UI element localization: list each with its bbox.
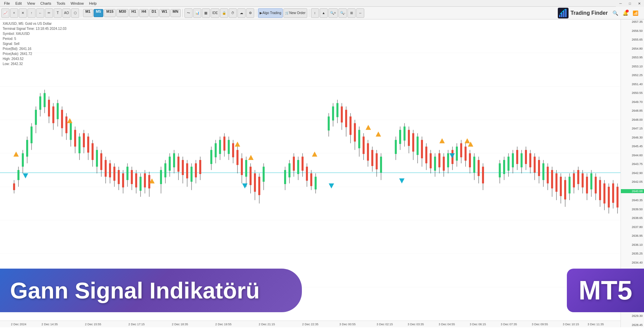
svg-rect-212 [503,160,505,174]
time-label-6: 2 Dec 21:15 [259,323,275,326]
menu-edit[interactable]: Edit [13,1,24,5]
timeframe-h4[interactable]: H4 [139,9,149,17]
menu-tools[interactable]: Tools [54,1,68,5]
buy-sell-button[interactable]: ↕ [311,8,319,18]
svg-rect-52 [92,143,94,160]
svg-rect-36 [57,103,59,119]
ide-button[interactable]: IDE [211,8,220,18]
time-label-13: 3 Dec 07:35 [501,323,517,326]
svg-rect-254 [595,177,597,193]
svg-rect-106 [223,136,225,151]
price-2638: 2639.50 [621,208,644,211]
lock-button[interactable]: 🔒 [220,8,228,18]
svg-rect-186 [434,157,436,171]
maximize-button[interactable]: □ [625,0,635,7]
svg-rect-218 [516,150,518,164]
svg-rect-230 [542,163,544,180]
timeframe-m1[interactable]: M1 [83,9,93,17]
svg-rect-234 [551,170,553,188]
svg-rect-184 [430,153,432,168]
time-label-15: 3 Dec 10:15 [563,323,579,326]
cloud-button[interactable]: ☁ [237,8,246,18]
shapes-button[interactable]: ⬡ [71,8,79,18]
search-icon-button[interactable]: 🔍 [611,9,619,17]
svg-rect-114 [241,158,243,175]
svg-rect-68 [126,167,128,180]
svg-rect-182 [425,147,427,163]
menu-view[interactable]: View [24,1,38,5]
menu-help[interactable]: Help [87,1,100,5]
notification-badge: 1 [626,10,629,12]
timeframe-mn[interactable]: MN [170,9,181,17]
price-2647: 2647.15 [621,127,644,130]
svg-rect-16 [13,183,15,190]
period-button[interactable]: ⏱ [229,8,237,18]
time-label-12: 3 Dec 06:15 [470,323,486,326]
svg-rect-206 [478,160,480,176]
ao-button[interactable]: AO [62,8,70,18]
grid-button[interactable]: ⊞ [347,8,356,18]
chart-container: XAUUSD, M5: Gold vs US Dollar Terminal S… [0,19,644,327]
svg-rect-232 [547,167,549,183]
svg-rect-258 [603,183,605,204]
price-2631: 2635.25 [621,252,644,255]
algo-trading-button[interactable]: ▶ Algo Trading [258,8,283,18]
text-button[interactable]: T [54,8,62,18]
timeframe-h1[interactable]: H1 [129,9,139,17]
wave-button[interactable]: 〜 [184,8,193,18]
svg-rect-40 [65,116,67,133]
menu-file[interactable]: File [1,1,13,5]
svg-rect-62 [113,167,115,181]
svg-rect-18 [17,170,19,180]
price-2649: 2649.70 [621,100,644,104]
timeframe-m15[interactable]: M15 [104,9,116,17]
minimize-button[interactable]: ─ [616,0,625,7]
zoom-out-button[interactable]: 🔍- [338,8,347,18]
svg-rect-220 [521,153,523,167]
pen-button[interactable]: ✏ [45,8,53,18]
price-2631-85: 2631.85 [621,287,644,291]
svg-rect-112 [236,150,238,165]
svg-rect-196 [456,147,458,161]
svg-rect-158 [363,136,365,154]
time-axis: 2 Dec 2024 2 Dec 14:35 2 Dec 15:55 2 Dec… [0,321,621,327]
signal-icon-button[interactable]: 📶 [631,9,639,17]
up-button[interactable]: ↑ [28,8,36,18]
menu-window[interactable]: Window [68,1,86,5]
menu-charts[interactable]: Charts [38,1,54,5]
scroll-button[interactable]: ↔ [356,8,364,18]
price-2650: 2650.55 [621,91,644,95]
chart-type-button[interactable]: 📊 [193,8,201,18]
svg-rect-126 [284,170,286,184]
close-button[interactable]: ✕ [635,0,644,7]
notification-icon-button[interactable]: 🔔 1 [621,9,629,17]
svg-rect-100 [210,150,212,164]
svg-rect-22 [26,140,28,157]
price-2653-10: 2653.10 [621,65,644,68]
svg-rect-34 [52,106,54,123]
add-button[interactable]: + [10,8,18,18]
settings-circle-button[interactable]: ⚙ [246,8,254,18]
timeframe-m30[interactable]: M30 [116,9,128,17]
zoom-in-button[interactable]: 🔍+ [328,8,338,18]
price-2646: 2646.30 [621,136,644,139]
separator-1 [81,9,81,17]
price-2634: 2636.95 [621,234,644,237]
timeframe-d1[interactable]: D1 [149,9,159,17]
svg-rect-3 [563,11,565,17]
svg-rect-72 [135,173,137,187]
buy-button[interactable]: ▲ [320,8,328,18]
chart-price-ask: Price(Ask): 2641.72 [3,51,66,56]
window-controls: ─ □ ✕ [616,0,644,7]
svg-rect-20 [22,153,24,167]
new-order-button[interactable]: 🛒 New Order [283,8,307,18]
arrow-left-button[interactable]: ← [36,8,44,18]
svg-rect-132 [297,160,299,174]
timeframe-w1[interactable]: W1 [159,9,170,17]
cross-button[interactable]: ✕ [19,8,27,18]
svg-rect-30 [44,93,46,107]
new-chart-button[interactable]: 📈 [1,8,9,18]
separator-3 [256,9,256,17]
timeframe-m5[interactable]: M5 [94,9,103,17]
bar-chart-button[interactable]: ▦ [202,8,210,18]
